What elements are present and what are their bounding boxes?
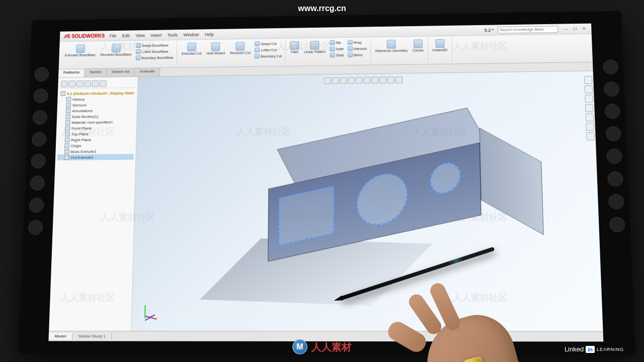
rib-button[interactable]: Rib (329, 40, 345, 46)
task-pane-tab[interactable] (585, 104, 594, 112)
view-settings-icon[interactable] (395, 76, 403, 83)
view-orientation-icon[interactable] (356, 77, 363, 84)
tablet-button[interactable] (31, 154, 46, 168)
tab-sketch[interactable]: Sketch (85, 69, 107, 77)
linear-pattern-icon (310, 41, 319, 49)
menu-window[interactable]: Window (183, 32, 199, 37)
fillet-button[interactable]: Fillet (288, 40, 301, 59)
revolved-cut-button[interactable]: Revolved Cut (228, 41, 253, 59)
task-pane-tab[interactable] (586, 114, 594, 122)
menu-edit[interactable]: Edit (122, 33, 130, 38)
tablet-button[interactable] (30, 175, 45, 190)
draft-button[interactable]: Draft (329, 46, 345, 52)
hide-show-icon[interactable] (371, 77, 378, 84)
search-input[interactable] (498, 26, 558, 33)
task-pane-tabs (584, 76, 595, 140)
task-pane-tab[interactable] (584, 76, 593, 84)
tab-features[interactable]: Features (58, 69, 85, 77)
menu-file[interactable]: File (110, 33, 117, 38)
small-circular-cutout-sketch[interactable] (430, 160, 460, 197)
solid-bodies-icon (65, 114, 70, 119)
tab-evaluate[interactable]: Evaluate (135, 68, 160, 76)
orientation-triad[interactable] (139, 303, 160, 323)
tablet-express-keys-left (28, 67, 49, 235)
task-pane-tab[interactable] (586, 123, 594, 131)
boundary-cut-button[interactable]: Boundary Cut (253, 53, 283, 59)
hole-wizard-button[interactable]: Hole Wizard (204, 41, 227, 60)
tree-tab-icon[interactable] (76, 80, 84, 87)
rectangular-cutout-sketch[interactable] (278, 186, 334, 246)
task-pane-tab[interactable] (585, 95, 593, 103)
menu-insert[interactable]: Insert (150, 33, 162, 38)
tablet-button[interactable] (609, 217, 625, 232)
linear-pattern-button[interactable]: Linear Pattern (302, 40, 328, 58)
tablet-button[interactable] (33, 88, 48, 103)
menu-view[interactable]: View (135, 33, 145, 38)
tablet-button[interactable] (606, 149, 622, 164)
tablet-button[interactable] (603, 59, 619, 74)
revolved-boss-button[interactable]: Revolved Boss/Base (98, 43, 134, 61)
tree-tab-icon[interactable] (61, 80, 68, 87)
large-circular-cutout-sketch[interactable] (357, 169, 408, 230)
tablet-button[interactable] (607, 171, 623, 187)
rib-icon (330, 40, 335, 45)
shell-button[interactable]: Shell (329, 52, 345, 58)
curves-button[interactable]: Curves (411, 38, 426, 53)
menu-tools[interactable]: Tools (168, 32, 178, 37)
instant3d-icon (435, 39, 444, 48)
tree-tab-icon[interactable] (84, 80, 91, 87)
task-pane-tab[interactable] (586, 132, 595, 140)
tablet-button[interactable] (32, 110, 47, 125)
model-side-face[interactable] (479, 128, 543, 235)
tablet-button[interactable] (28, 220, 43, 235)
graphics-viewport[interactable] (131, 71, 603, 331)
3d-model[interactable] (268, 150, 461, 241)
tree-tab-icon[interactable] (100, 80, 107, 86)
brand-logo-icon: M (292, 339, 307, 354)
tablet-button[interactable] (604, 81, 620, 97)
display-style-icon[interactable] (363, 77, 370, 84)
tree-tab-strip (60, 79, 136, 89)
zoom-fit-icon[interactable] (324, 77, 331, 84)
lofted-boss-button[interactable]: Lofted Boss/Base (134, 48, 175, 54)
edit-appearance-icon[interactable] (379, 76, 386, 83)
tablet-button[interactable] (605, 126, 621, 141)
cut-extrude-icon (64, 155, 69, 160)
tab-sketch-ink[interactable]: Sketch Ink (107, 68, 135, 77)
apply-scene-icon[interactable] (387, 76, 394, 83)
wrap-button[interactable]: Wrap (346, 39, 368, 45)
tablet-button[interactable] (29, 198, 44, 213)
extruded-cut-button[interactable]: Extruded Cut (180, 42, 204, 60)
intersect-button[interactable]: Intersect (346, 46, 368, 52)
bottom-brand-logo: M 人人素材 (292, 339, 352, 354)
tablet-button[interactable] (34, 67, 49, 81)
zoom-area-icon[interactable] (332, 77, 339, 84)
minimize-button[interactable]: — (562, 26, 569, 32)
maximize-button[interactable]: ☐ (571, 26, 578, 32)
boundary-boss-button[interactable]: Boundary Boss/Base (134, 54, 175, 60)
tree-cutextrude-item[interactable]: Cut-Extrude1 (57, 154, 134, 160)
heads-up-view-toolbar (323, 75, 403, 85)
reference-geometry-button[interactable]: Reference Geometry (373, 39, 410, 54)
tablet-button[interactable] (608, 194, 624, 210)
tree-tab-icon[interactable] (92, 80, 99, 87)
extruded-boss-button[interactable]: Extruded Boss/Base (63, 43, 98, 62)
tab-model[interactable]: Model (49, 333, 73, 339)
swept-cut-button[interactable]: Swept Cut (254, 41, 283, 47)
prev-view-icon[interactable] (340, 77, 347, 84)
lofted-cut-button[interactable]: Lofted Cut (254, 47, 283, 53)
mirror-button[interactable]: Mirror (346, 52, 368, 58)
instant3d-button[interactable]: Instant3D (430, 38, 449, 53)
close-button[interactable]: ✕ (580, 26, 587, 32)
tablet-button[interactable] (605, 104, 621, 119)
swept-cut-icon (255, 41, 260, 46)
section-view-icon[interactable] (348, 77, 355, 84)
revolved-boss-icon (112, 44, 121, 52)
curves-icon (414, 39, 423, 48)
task-pane-tab[interactable] (585, 85, 593, 94)
swept-boss-button[interactable]: Swept Boss/Base (134, 42, 175, 48)
tab-motion-study[interactable]: Motion Study 1 (72, 333, 112, 339)
tablet-button[interactable] (32, 132, 47, 146)
menu-help[interactable]: Help (205, 32, 214, 37)
tree-tab-icon[interactable] (68, 80, 75, 87)
